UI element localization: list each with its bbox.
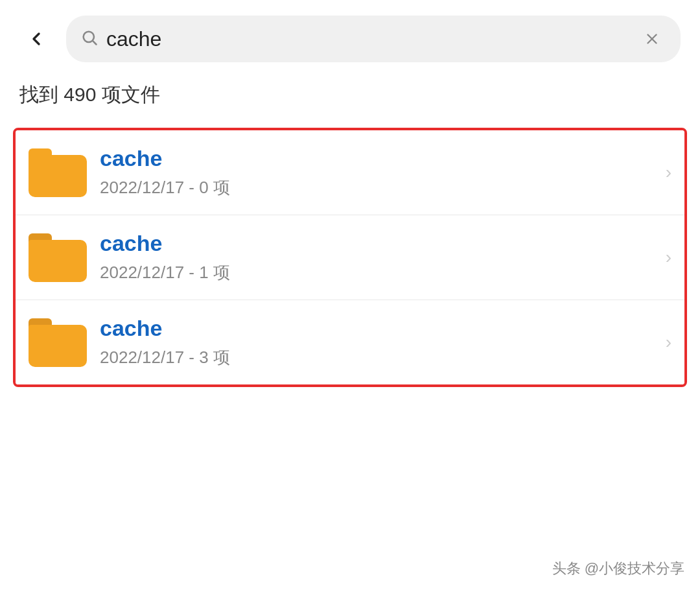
folder-name: cache bbox=[100, 316, 646, 341]
watermark: 头条 @小俊技术分享 bbox=[552, 559, 684, 578]
folder-name: cache bbox=[100, 231, 646, 256]
clear-button[interactable] bbox=[638, 25, 666, 53]
folder-meta: 2022/12/17 - 3 项 bbox=[100, 346, 646, 369]
folder-item[interactable]: cache 2022/12/17 - 1 项 › bbox=[16, 215, 684, 300]
folder-content: cache 2022/12/17 - 3 项 bbox=[87, 316, 659, 369]
folder-item[interactable]: cache 2022/12/17 - 0 项 › bbox=[16, 130, 684, 215]
folder-meta: 2022/12/17 - 1 项 bbox=[100, 261, 646, 284]
svg-line-1 bbox=[93, 41, 96, 44]
result-count: 找到 490 项文件 bbox=[0, 75, 700, 128]
folder-icon bbox=[29, 233, 87, 282]
folder-content: cache 2022/12/17 - 1 项 bbox=[87, 231, 659, 284]
back-button[interactable] bbox=[19, 22, 53, 56]
chevron-right-icon: › bbox=[666, 332, 671, 353]
results-box: cache 2022/12/17 - 0 项 › cache 2022/12/1… bbox=[13, 128, 687, 387]
chevron-right-icon: › bbox=[666, 247, 671, 268]
folder-meta: 2022/12/17 - 0 项 bbox=[100, 176, 646, 199]
search-icon bbox=[80, 29, 99, 49]
folder-icon bbox=[29, 318, 87, 367]
folder-name: cache bbox=[100, 146, 646, 171]
folder-item[interactable]: cache 2022/12/17 - 3 项 › bbox=[16, 300, 684, 384]
search-input[interactable] bbox=[106, 27, 630, 51]
chevron-right-icon: › bbox=[666, 162, 671, 183]
folder-content: cache 2022/12/17 - 0 项 bbox=[87, 146, 659, 199]
header bbox=[0, 0, 700, 75]
search-bar bbox=[66, 16, 681, 62]
folder-icon bbox=[29, 148, 87, 197]
